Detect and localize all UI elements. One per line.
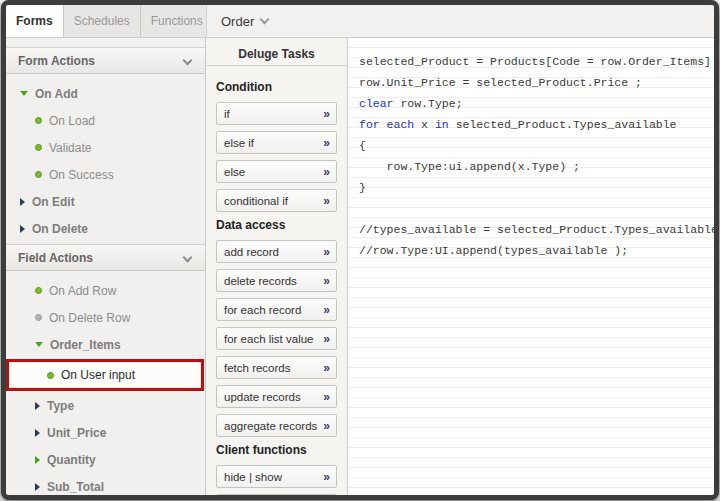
section-tree: On Add RowOn Delete RowOrder_ItemsOn Use… [6,271,205,495]
tab-forms[interactable]: Forms [6,5,64,37]
chevron-down-icon [183,253,193,263]
bullet-icon [35,171,42,178]
tree-item-label: On User input [61,368,135,382]
tree-item-on-delete-row[interactable]: On Delete Row [6,304,205,331]
triangle-right-icon [35,483,40,491]
double-arrow-icon: » [323,470,329,484]
bullet-icon [47,372,54,379]
tree-item-label: Quantity [47,453,96,467]
code-line: //types_available = selected_Product.Typ… [359,219,714,240]
task-group-condition: Condition [216,80,337,94]
code-line: //row.Type:UI.append(types_available ); [359,240,714,261]
tree-item-on-load[interactable]: On Load [6,107,205,134]
task-button-for-each-list-value[interactable]: for each list value» [216,327,337,350]
tree-item-order_items[interactable]: Order_Items [6,331,205,358]
tree-item-on-edit[interactable]: On Edit [6,188,205,215]
task-button-add-record[interactable]: add record» [216,240,337,263]
tree-item-type[interactable]: Type [6,392,205,419]
bullet-icon [35,314,42,321]
deluge-tasks-body: Conditionif»else if»else»conditional if»… [206,66,347,495]
top-bar: FormsSchedulesFunctions Order [6,5,714,38]
task-button-if[interactable]: if» [216,102,337,125]
tree-item-sub_total[interactable]: Sub_Total [6,473,205,495]
task-button-label: fetch records [224,362,290,374]
tree-item-on-success[interactable]: On Success [6,161,205,188]
task-button-else-if[interactable]: else if» [216,131,337,154]
triangle-right-icon [35,429,40,437]
code-line: row.Type:ui.append(x.Type) ; [359,156,714,177]
tab-functions[interactable]: Functions [141,5,214,37]
code-line: row.Unit_Price = selected_Product.Price … [359,72,714,93]
task-button-label: if [224,108,230,120]
app-window: FormsSchedulesFunctions Order Form Actio… [1,0,719,500]
code-line: } [359,177,714,198]
double-arrow-icon: » [323,303,329,317]
task-button-aggregate-records[interactable]: aggregate records» [216,414,337,437]
triangle-right-icon [20,225,25,233]
double-arrow-icon: » [323,136,329,150]
actions-sidebar: Form ActionsOn AddOn LoadValidateOn Succ… [6,38,206,495]
code-text: } [359,181,366,194]
section-header-form-actions[interactable]: Form Actions [6,47,205,74]
task-button-label: aggregate records [224,420,317,432]
tree-item-quantity[interactable]: Quantity [6,446,205,473]
tree-item-label: Unit_Price [47,426,106,440]
code-keyword: in [435,118,449,131]
triangle-right-icon [35,402,40,410]
order-menu[interactable]: Order [206,5,714,37]
tab-schedules[interactable]: Schedules [64,5,141,37]
tree-item-label: Order_Items [50,338,121,352]
task-button-update-records[interactable]: update records» [216,385,337,408]
tree-item-label: On Success [49,168,114,182]
section-title: Form Actions [18,54,95,68]
task-button-else[interactable]: else» [216,160,337,183]
code-line [359,198,714,219]
bullet-icon [35,117,42,124]
code-line: for each x in selected_Product.Types_ava… [359,114,714,135]
bullet-icon [35,144,42,151]
triangle-right-icon [20,198,25,206]
task-button-label: conditional if [224,195,288,207]
tree-item-unit_price[interactable]: Unit_Price [6,419,205,446]
tree-item-validate[interactable]: Validate [6,134,205,161]
order-menu-label: Order [221,14,254,29]
task-button-delete-records[interactable]: delete records» [216,269,337,292]
tree-item-label: On Delete Row [49,311,130,325]
task-button-hide-show[interactable]: hide | show» [216,465,337,488]
tree-item-on-add[interactable]: On Add [6,80,205,107]
task-button-label: delete records [224,275,297,287]
task-button-label: else [224,166,245,178]
double-arrow-icon: » [323,165,329,179]
task-button-label: add record [224,246,279,258]
code-line: clear row.Type; [359,93,714,114]
task-button-label: update records [224,391,301,403]
tree-item-label: Validate [49,141,91,155]
double-arrow-icon: » [323,274,329,288]
task-button-conditional-if[interactable]: conditional if» [216,189,337,212]
deluge-tasks-panel: Deluge Tasks Conditionif»else if»else»co… [206,38,348,495]
double-arrow-icon: » [323,245,329,259]
task-button-fetch-records[interactable]: fetch records» [216,356,337,379]
task-button-label: hide | show [224,471,282,483]
code-line: selected_Product = Products[Code = row.O… [359,51,714,72]
double-arrow-icon: » [323,107,329,121]
task-button-enable-disable[interactable]: enable | disable» [216,494,337,495]
code-line: { [359,135,714,156]
section-header-field-actions[interactable]: Field Actions [6,244,205,271]
tree-item-on-user-input[interactable]: On User input [6,359,204,391]
code-text: //types_available = selected_Product.Typ… [359,223,714,236]
main-area: Form ActionsOn AddOn LoadValidateOn Succ… [6,38,714,495]
tree-item-on-add-row[interactable]: On Add Row [6,277,205,304]
task-group-data-access: Data access [216,218,337,232]
tree-item-on-delete[interactable]: On Delete [6,215,205,242]
code-text: selected_Product.Types_available [449,118,677,131]
task-button-for-each-record[interactable]: for each record» [216,298,337,321]
section-tree: On AddOn LoadValidateOn SuccessOn EditOn… [6,74,205,244]
code-editor[interactable]: selected_Product = Products[Code = row.O… [348,38,714,495]
triangle-right-icon [35,456,40,464]
task-group-client-functions: Client functions [216,443,337,457]
double-arrow-icon: » [323,332,329,346]
code-text: x [414,118,435,131]
code-text: //row.Type:UI.append(types_available ); [359,244,628,257]
code-keyword: for each [359,118,414,131]
